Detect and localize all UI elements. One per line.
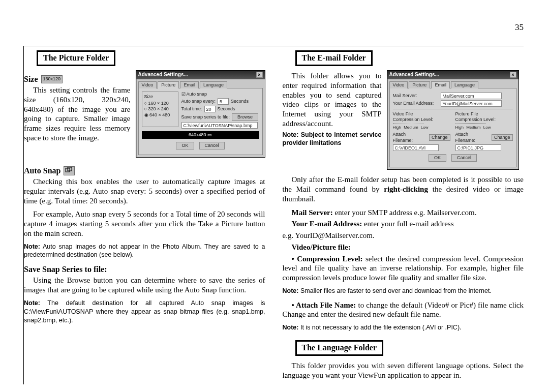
picture-slider[interactable] xyxy=(455,124,486,124)
compression-label: Compression Level: xyxy=(455,117,513,123)
dialog-title: Advanced Settings... xyxy=(389,72,439,78)
slider-low: Low xyxy=(421,125,429,130)
radio-640[interactable]: 640 × 480 xyxy=(144,112,176,118)
series-label: Save snap series to file: xyxy=(181,114,230,120)
email-folder-heading: The E-mail Folder xyxy=(295,50,373,66)
vp-file-label: Video/Picture file: xyxy=(283,243,524,252)
path-input[interactable]: C:\viewfun\AUTOSNAP\snap.bmp xyxy=(181,122,258,129)
mailserver-input[interactable]: MailServer.com xyxy=(441,93,502,99)
save-series-text: Using the Browse button you can determin… xyxy=(24,276,265,295)
youremail-line: Your E-mail Address: enter your full e-m… xyxy=(283,219,524,229)
picture-filename[interactable]: C:\PIC1.JPG xyxy=(455,144,501,151)
radio-160[interactable]: 160 × 120 xyxy=(144,101,176,106)
slider-med: Medium xyxy=(404,125,418,130)
email-intro: This folder allows you to enter required… xyxy=(283,71,382,129)
change-button[interactable]: Change xyxy=(429,134,450,141)
autosnap-p1: Checking this box enables the user to au… xyxy=(24,177,265,205)
ok-button[interactable]: OK xyxy=(429,154,446,162)
youremail-eg: e.g. YourID@Mailserver.com. xyxy=(283,231,524,240)
ok-button[interactable]: OK xyxy=(176,142,194,149)
size-text: This setting controls the frame size (16… xyxy=(24,85,131,143)
content-columns: The Picture Folder Size 160x120 This set… xyxy=(23,46,524,384)
total-unit: Seconds xyxy=(218,106,235,112)
email-settings-dialog: Advanced Settings... × Video Picture Ema… xyxy=(387,70,519,170)
close-icon[interactable]: × xyxy=(256,72,263,78)
every-label: Auto snap every: xyxy=(181,99,216,104)
page-number: 35 xyxy=(515,22,524,33)
dialog-title: Advanced Settings... xyxy=(138,72,188,78)
save-series-subheading: Save Snap Series to file: xyxy=(24,264,265,275)
autosnap-checkbox[interactable]: Auto snap xyxy=(181,92,259,97)
picture-file-label: Picture File xyxy=(455,111,513,117)
size-icon: 160x120 xyxy=(41,75,63,83)
every-unit: Seconds xyxy=(231,99,249,104)
attach-label: Attach Filename: xyxy=(455,132,490,143)
tab-language[interactable]: Language xyxy=(451,81,478,88)
video-slider[interactable] xyxy=(393,124,423,124)
radio-320[interactable]: 320 × 240 xyxy=(144,106,176,112)
preview-bar: 640x480 ▭ xyxy=(142,131,259,139)
compression-label: Compression Level: xyxy=(393,117,450,123)
video-file-label: Video File xyxy=(393,111,450,117)
compression-note: Note: Smaller files are faster to send o… xyxy=(283,287,524,295)
tab-email[interactable]: Email xyxy=(431,81,450,88)
tab-picture[interactable]: Picture xyxy=(158,81,179,88)
tab-video[interactable]: Video xyxy=(138,81,157,88)
cancel-button[interactable]: Cancel xyxy=(199,142,225,149)
size-group-label: Size xyxy=(144,94,176,100)
save-series-note: Note: The default destination for all ca… xyxy=(24,299,265,325)
mailserver-line: Mail Server: enter your SMTP address e.g… xyxy=(283,208,524,218)
total-input[interactable]: 20 xyxy=(204,106,216,112)
attach-note: Note: It is not necessary to add the fil… xyxy=(283,323,524,332)
slider-high: High xyxy=(455,125,464,130)
change-button[interactable]: Change xyxy=(492,134,513,141)
cancel-button[interactable]: Cancel xyxy=(451,154,477,162)
email-input[interactable]: YourID@MailServer.com xyxy=(441,100,502,107)
picture-settings-dialog: Advanced Settings... × Video Picture Ema… xyxy=(136,70,265,158)
autosnap-subheading: Auto Snap xyxy=(24,166,265,176)
tab-video[interactable]: Video xyxy=(389,81,408,88)
right-column: The E-mail Folder This folder allows you… xyxy=(283,50,524,384)
email-intro-note: Note: Subject to internet service provid… xyxy=(283,131,382,147)
size-row: Size 160x120 This setting controls the f… xyxy=(24,70,265,162)
tab-picture[interactable]: Picture xyxy=(409,81,430,88)
size-subheading: Size 160x120 xyxy=(24,74,131,84)
picture-folder-heading: The Picture Folder xyxy=(37,50,115,66)
autosnap-p2: For example, Auto snap every 5 seconds f… xyxy=(24,209,265,238)
slider-high: High xyxy=(393,125,401,130)
every-input[interactable]: 5 xyxy=(218,98,229,105)
total-label: Total time: xyxy=(181,106,202,112)
autosnap-note: Note: Auto snap images do not appear in … xyxy=(24,243,265,260)
email-para1: Only after the E-mail folder setup has b… xyxy=(283,175,524,203)
email-intro-row: This folder allows you to enter required… xyxy=(283,70,524,174)
autosnap-icon xyxy=(64,166,75,175)
slider-med: Medium xyxy=(466,125,480,130)
attach-text: • Attach File Name: to change the defaul… xyxy=(283,300,524,320)
video-filename[interactable]: C:\VIDEO1.AVI xyxy=(393,144,439,151)
close-icon[interactable]: × xyxy=(510,72,516,78)
attach-label: Attach Filename: xyxy=(393,132,427,143)
language-text: This folder provides you with seven diff… xyxy=(283,361,524,380)
mailserver-label: Mail Server: xyxy=(393,93,439,99)
compression-text: • Compression Level: select the desired … xyxy=(283,254,524,283)
autosnap-label: Auto Snap xyxy=(24,166,60,176)
browse-button[interactable]: Browse xyxy=(232,113,258,121)
tab-email[interactable]: Email xyxy=(180,81,199,88)
size-label: Size xyxy=(24,74,38,84)
left-column: The Picture Folder Size 160x120 This set… xyxy=(24,50,265,384)
email-label: Your Email Address: xyxy=(393,101,439,106)
language-folder-heading: The Language Folder xyxy=(295,340,384,356)
tab-language[interactable]: Language xyxy=(200,81,227,88)
slider-low: Low xyxy=(483,125,491,130)
